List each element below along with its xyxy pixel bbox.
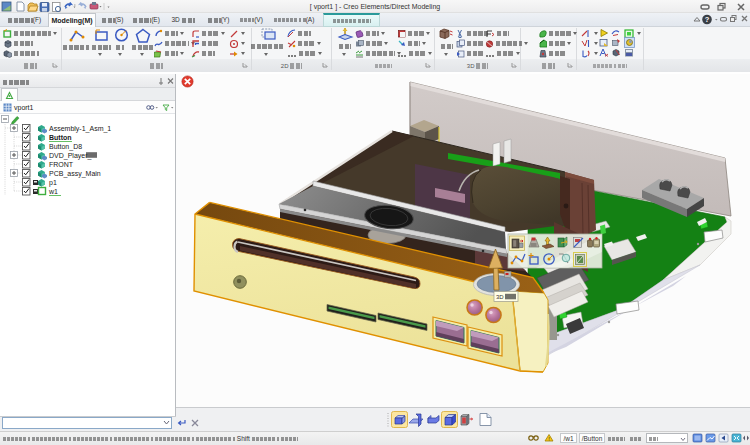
svg-text:Button_D8: Button_D8 <box>49 143 82 151</box>
svg-text:Button: Button <box>49 134 72 141</box>
svg-text:Assembly-1_Asm_1: Assembly-1_Asm_1 <box>49 125 111 133</box>
svg-text:3D: 3D <box>496 294 504 300</box>
svg-text:DVD_Player_: DVD_Player_ <box>49 152 92 160</box>
svg-text:FRONT: FRONT <box>49 161 74 168</box>
svg-text:p1: p1 <box>49 179 57 187</box>
svg-text:PCB_assy_Main: PCB_assy_Main <box>49 170 101 178</box>
svg-text:w1: w1 <box>48 188 58 195</box>
